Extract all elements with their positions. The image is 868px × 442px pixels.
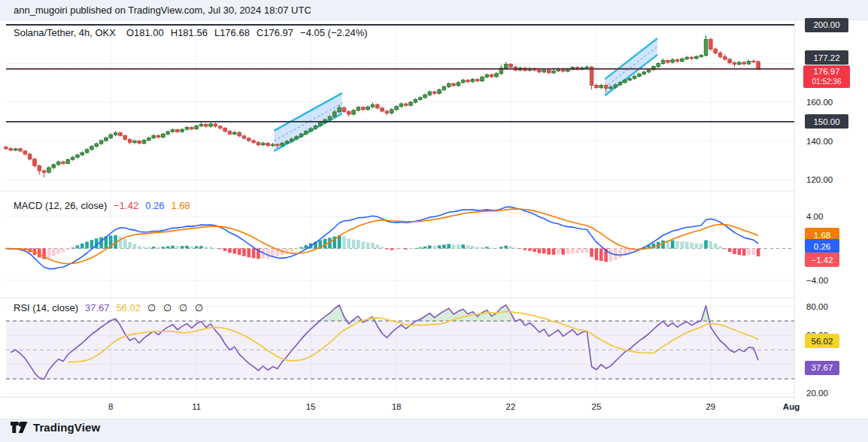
macd-axis-label: −4.00 bbox=[806, 275, 828, 286]
price-axis-label: 140.00 bbox=[806, 136, 833, 147]
rsi-title: RSI (14, close) bbox=[14, 302, 78, 313]
rsi-value-badge: 37.67 bbox=[805, 361, 839, 375]
macd-signal-value: 1.68 bbox=[171, 200, 190, 211]
macd-hist-value: −1.42 bbox=[114, 200, 138, 211]
macd-title: MACD (12, 26, close) bbox=[14, 200, 107, 211]
time-axis-label[interactable]: 25 bbox=[592, 399, 602, 414]
level-price-badge: 200.00 bbox=[805, 18, 848, 32]
macd-line-value: 0.26 bbox=[145, 200, 164, 211]
chart-canvas[interactable] bbox=[0, 0, 868, 442]
ohlc-change: −4.05 (−2.24%) bbox=[300, 27, 368, 38]
rsi-axis-label: 20.00 bbox=[806, 388, 828, 398]
ohlc-low: L176.68 bbox=[214, 27, 250, 38]
time-axis-label[interactable]: 8 bbox=[108, 399, 113, 414]
rsi-empty-plots: ∅ ∅ ∅ ∅ bbox=[147, 302, 203, 313]
rsi-value-badge: 56.02 bbox=[805, 334, 839, 348]
macd-value-badge: −1.42 bbox=[805, 253, 839, 267]
macd-value-badge: 0.26 bbox=[805, 239, 839, 253]
last-price-badge: 176.9701:52:36 bbox=[803, 65, 850, 88]
time-axis-label[interactable]: 22 bbox=[506, 399, 516, 414]
time-axis-label[interactable]: 18 bbox=[392, 399, 402, 414]
rsi-legend[interactable]: RSI (14, close) 37.67 56.02 ∅ ∅ ∅ ∅ bbox=[14, 302, 203, 313]
price-axis-label: 160.00 bbox=[806, 97, 833, 107]
time-axis-label[interactable]: 11 bbox=[192, 399, 201, 414]
macd-legend[interactable]: MACD (12, 26, close) −1.42 0.26 1.68 bbox=[14, 200, 190, 211]
tradingview-logo-icon[interactable] bbox=[11, 421, 28, 434]
ohlc-close: C176.97 bbox=[256, 27, 293, 38]
footer: TradingView bbox=[11, 421, 100, 434]
time-axis-label[interactable]: 15 bbox=[306, 399, 316, 414]
tradingview-snapshot: ann_mugoiri published on TradingView.com… bbox=[0, 0, 868, 442]
ohlc-open: O181.00 bbox=[126, 27, 164, 38]
macd-signal-line bbox=[6, 209, 758, 264]
time-axis-label[interactable]: 29 bbox=[706, 399, 715, 414]
macd-axis-label: 4.00 bbox=[806, 211, 823, 222]
parallel-channel-drawing[interactable] bbox=[605, 38, 657, 95]
ohlc-high: H181.56 bbox=[171, 27, 208, 38]
symbol-legend[interactable]: Solana/Tether, 4h, OKX O181.00 H181.56 L… bbox=[14, 27, 368, 38]
level-price-badge: 150.00 bbox=[805, 114, 848, 129]
price-axis-label: 120.00 bbox=[806, 174, 833, 185]
tradingview-brand[interactable]: TradingView bbox=[33, 421, 100, 434]
level-price-badge: 177.22 bbox=[805, 50, 848, 65]
rsi-ma-value: 56.02 bbox=[117, 302, 141, 313]
rsi-value: 37.67 bbox=[85, 302, 110, 313]
rsi-axis-label: 80.00 bbox=[806, 301, 828, 312]
time-axis-label[interactable]: Aug bbox=[783, 399, 800, 414]
symbol-title: Solana/Tether, 4h, OKX bbox=[14, 27, 116, 38]
